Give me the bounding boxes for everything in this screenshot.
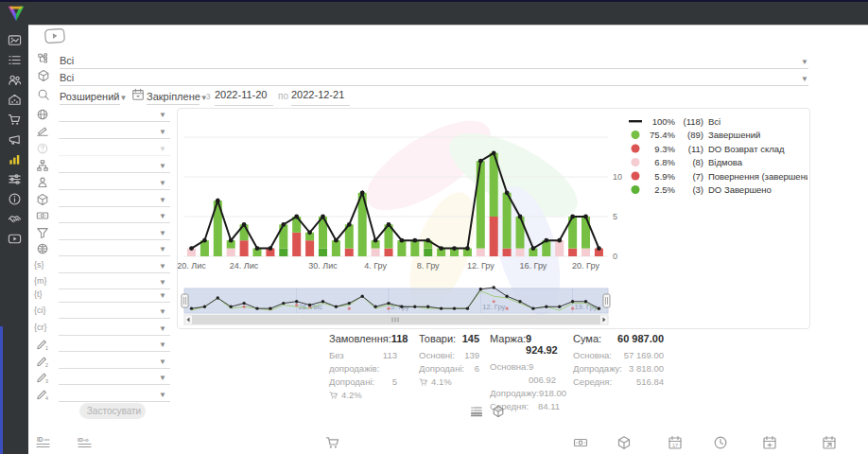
sidebar-item-cart[interactable] [0,110,28,130]
svg-text:16. Гру: 16. Гру [520,261,547,271]
time-column-icon[interactable] [713,435,730,452]
chevron-down-icon: ▼ [159,162,166,170]
utm-content-select[interactable]: ▼ [59,322,170,336]
sidebar-item-dashboard-image[interactable] [0,30,28,50]
legend-item[interactable]: 75.4%(89)Завершений [632,130,761,140]
left-accent-strip [0,326,3,454]
svg-text:(3): (3) [692,184,703,195]
date-export-column-icon[interactable] [822,435,839,452]
structure-select[interactable]: ▼ [59,159,170,173]
utm-campaign-select[interactable]: ▼ [59,305,170,319]
funnel-icon [36,226,50,240]
search-mode-select[interactable]: Розширений ▼ [60,86,120,105]
custom-field-1-select[interactable]: ▼ [59,338,170,352]
custom-field-1-icon: 1 [36,338,50,352]
orders-chart: 20. Лис24. Лис30. Лис4. Гру8. Гру12. Гру… [178,109,807,326]
search-mode-value: Розширений [60,91,119,102]
sidebar-item-video-tutorials[interactable] [0,229,28,249]
search-icon[interactable] [37,88,50,101]
sidebar-item-settings-sliders[interactable] [0,169,28,189]
svg-text:100%: 100% [652,116,676,127]
cart-column-icon[interactable] [325,435,342,452]
chevron-down-icon: ▼ [119,94,127,102]
status-level-select[interactable]: ▼ [59,125,170,139]
bar-segment [503,193,512,249]
video-tutorial-button[interactable] [43,27,65,44]
help-select[interactable]: ▼ [59,142,170,156]
date-from-input[interactable]: 2022-11-20 [215,86,273,106]
product-column-icon[interactable] [616,435,634,452]
payment-select[interactable]: ▼ [59,209,170,223]
utm-term-select[interactable]: ▼ [59,288,170,303]
total-point [347,222,352,227]
sidebar-item-orders-list[interactable] [0,50,28,70]
scrollbar-thumb[interactable] [192,315,600,324]
svg-text:(118): (118) [684,116,703,127]
custom-field-2-select[interactable]: ▼ [59,355,170,369]
order-id-icon[interactable]: ID [36,435,53,452]
svg-text:Відмова: Відмова [708,157,743,167]
total-point [597,246,601,251]
svg-text:2.5%: 2.5% [654,184,675,195]
orders-table-view-icon[interactable] [470,405,484,419]
chevron-down-icon: ▼ [159,179,166,187]
app-logo-icon[interactable] [6,3,26,24]
apply-filters-button[interactable]: Застосувати [79,403,146,419]
filter-row-utm-source: {s}▼ [34,259,172,274]
legend-item[interactable]: 5.9%(7)Повернення (завершений) [632,171,808,182]
date-mode-select[interactable]: Закріплене ▼ [147,86,200,105]
date-mode-value: Закріплене [147,91,200,102]
total-point [334,238,339,243]
product-filter[interactable]: Всі ▼ [60,66,808,86]
chevron-down-icon: ▼ [159,391,166,399]
sidebar-item-info[interactable] [0,189,28,209]
bar-segment [385,249,393,256]
svg-text:5: 5 [613,212,617,221]
svg-text:(8): (8) [692,157,703,167]
utm-source-select[interactable]: ▼ [59,259,170,273]
stat-column-0: Замовлення:118Без допродажів:113Допродан… [329,333,397,402]
network-globe-select[interactable]: ▼ [59,242,170,256]
date-paid-column-icon[interactable] [762,435,779,452]
custom-field-4-select[interactable]: ▼ [59,388,170,402]
filter-row-utm-content: {cr}▼ [34,322,172,337]
navigator-right-handle[interactable] [603,294,610,307]
utm-medium-select[interactable]: ▼ [59,275,170,289]
filter-row-timezone-globe: ▼ [34,108,172,123]
timezone-globe-select[interactable]: ▼ [59,108,170,122]
funnel-select[interactable]: ▼ [59,226,170,240]
bar-segment [477,249,485,256]
bar-segment [240,240,249,256]
date-to-input[interactable]: 2022-12-21 [291,86,350,106]
legend-item[interactable]: 6.8%(8)Відмова [632,157,743,167]
sidebar-item-warehouse[interactable] [0,90,28,110]
payment-column-icon[interactable] [573,435,590,452]
calendar-icon [131,88,145,101]
sidebar-item-statistics-chart[interactable] [0,149,28,169]
chevron-down-icon: ▼ [159,358,166,366]
order-status-filter-value: Всі [60,55,74,66]
settings-sliders-icon [8,172,22,186]
legend-item[interactable]: 2.5%(3)DO Завершено [632,184,772,195]
bar-segment [477,161,485,248]
sidebar-item-clients[interactable] [0,70,28,90]
product-select[interactable]: ▼ [59,193,170,207]
date-from-value: 2022-11-20 [215,89,267,100]
external-id-icon[interactable]: ID-o [78,435,95,452]
products-view-icon[interactable] [492,405,506,419]
sidebar-item-marketing-megaphone[interactable] [0,130,28,149]
svg-text:20. Гру: 20. Гру [572,261,599,271]
bar-segment [227,249,235,256]
svg-text:ID-o: ID-o [78,437,89,443]
legend-item[interactable]: 9.3%(11)DO Возврат склад [632,144,785,154]
legend-item[interactable]: 100%(118)Всі [629,116,720,127]
chevron-down-icon: ▼ [159,374,166,382]
sidebar-item-partners-handshake[interactable] [0,209,28,229]
custom-field-3-select[interactable]: ▼ [59,371,170,385]
date-column-icon[interactable]: 17 [668,435,685,452]
manager-select[interactable]: ▼ [59,176,170,190]
stat-sub-row: Допродані:5 [329,375,397,389]
product-filter-value: Всі [60,72,74,83]
cart-icon [8,113,22,127]
navigator-left-handle[interactable] [182,294,188,307]
